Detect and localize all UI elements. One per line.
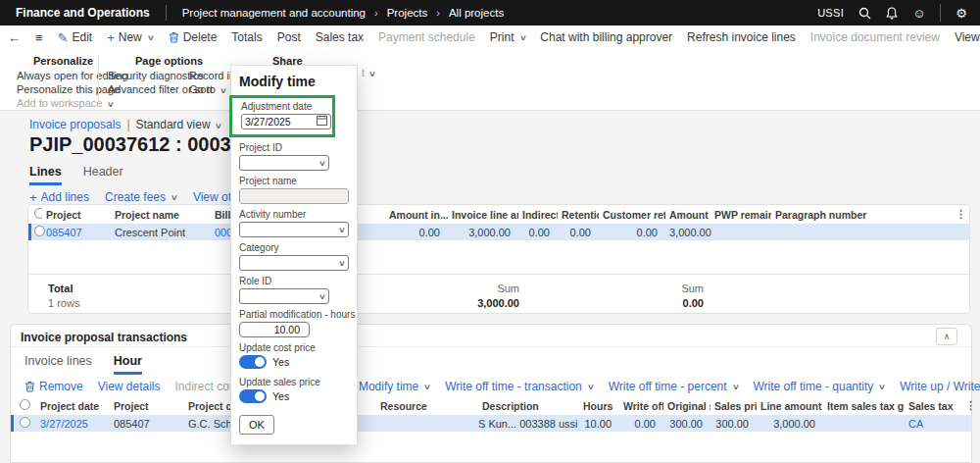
total-label: Total bbox=[48, 283, 73, 294]
partial-modification-value[interactable] bbox=[243, 324, 306, 335]
chevron-down-icon[interactable]: ∨ bbox=[318, 159, 326, 168]
col-customer-retained[interactable]: Customer retained ... bbox=[599, 209, 665, 221]
lines-grid-row[interactable]: 085407 Crescent Point 0003 0.00 3,000.00… bbox=[28, 224, 969, 240]
create-fees-button[interactable]: Create fees∨ bbox=[105, 190, 177, 204]
col-item-sales-tax-group[interactable]: Item sales tax group bbox=[823, 400, 905, 412]
ok-button[interactable]: OK bbox=[239, 415, 274, 435]
col-write-off[interactable]: Write off h... bbox=[619, 400, 663, 412]
sum-label: Sum bbox=[606, 283, 704, 294]
activity-number-combobox[interactable]: ∨ bbox=[239, 222, 349, 237]
grid-options-kebab-icon[interactable]: ⋮ bbox=[952, 208, 969, 221]
invoice-proposals-link[interactable]: Invoice proposals bbox=[29, 118, 121, 131]
col-amount-le[interactable]: Amount le... bbox=[665, 209, 710, 221]
role-id-value[interactable] bbox=[243, 290, 319, 302]
project-id-combobox[interactable]: ∨ bbox=[239, 155, 329, 171]
cell-sales-tax-group[interactable]: CA bbox=[905, 418, 954, 430]
breadcrumb-item-module[interactable]: Project management and accounting bbox=[182, 7, 366, 19]
chevron-down-icon[interactable]: ∨ bbox=[318, 292, 326, 301]
col-pwp[interactable]: PWP remaining b... bbox=[710, 209, 771, 221]
breadcrumb-item-all-projects[interactable]: All projects bbox=[449, 7, 504, 19]
tab-lines[interactable]: Lines bbox=[29, 165, 62, 185]
radio-icon bbox=[20, 399, 30, 410]
tab-header[interactable]: Header bbox=[83, 165, 123, 185]
chevron-down-icon[interactable]: ∨ bbox=[338, 226, 346, 234]
activity-number-value[interactable] bbox=[243, 224, 339, 235]
sitemap-menu-button[interactable]: ≡ bbox=[35, 31, 43, 44]
app-title[interactable]: Finance and Operations bbox=[0, 6, 166, 20]
settings-gear-icon[interactable]: ⚙ bbox=[955, 6, 968, 20]
transactions-grid-row[interactable]: 3/27/2025 085407 G.C. Scheduler S Kun...… bbox=[11, 415, 971, 432]
trash-icon bbox=[24, 381, 35, 392]
search-icon[interactable] bbox=[858, 6, 871, 20]
grid-options-kebab-icon[interactable]: ⋮ bbox=[961, 399, 979, 412]
view-instructions-button[interactable]: View instructions bbox=[955, 30, 980, 44]
partial-modification-label: Partial modification - hours bbox=[239, 309, 349, 320]
refresh-invoice-lines-button[interactable]: Refresh invoice lines bbox=[687, 30, 796, 44]
cell-indirect: 0.00 bbox=[518, 227, 558, 238]
cell-project-date[interactable]: 3/27/2025 bbox=[36, 418, 110, 430]
project-id-value[interactable] bbox=[243, 157, 319, 169]
adjustment-date-input[interactable] bbox=[241, 114, 331, 129]
delete-button[interactable]: Delete bbox=[169, 30, 218, 44]
update-cost-price-toggle[interactable] bbox=[239, 355, 267, 369]
view-details-button[interactable]: View details bbox=[98, 380, 161, 393]
add-lines-button[interactable]: +Add lines bbox=[29, 190, 89, 204]
col-hours[interactable]: Hours bbox=[579, 400, 619, 412]
new-button[interactable]: +New∨ bbox=[107, 30, 153, 44]
update-sales-price-toggle[interactable] bbox=[239, 389, 267, 403]
row-radio[interactable] bbox=[11, 417, 36, 430]
col-line-amount[interactable]: Line amount bbox=[757, 400, 823, 412]
partial-modification-input[interactable] bbox=[239, 322, 310, 337]
go-to-item[interactable]: Go to ∨ bbox=[189, 83, 226, 95]
select-all-radio[interactable] bbox=[11, 399, 36, 412]
write-off-time-transaction-button[interactable]: Write off time - transaction∨ bbox=[445, 380, 593, 393]
role-id-combobox[interactable]: ∨ bbox=[239, 288, 329, 304]
category-combobox[interactable]: ∨ bbox=[239, 255, 349, 271]
totals-button[interactable]: Totals bbox=[231, 30, 262, 44]
chevron-down-icon[interactable]: ∨ bbox=[338, 259, 346, 268]
col-paragraph-number[interactable]: Paragraph number bbox=[771, 209, 889, 221]
tab-invoice-lines[interactable]: Invoice lines bbox=[24, 354, 92, 375]
col-sales-price[interactable]: Sales price bbox=[710, 400, 757, 412]
col-project[interactable]: Project bbox=[110, 400, 184, 412]
calendar-icon[interactable] bbox=[317, 115, 327, 129]
sales-tax-button[interactable]: Sales tax bbox=[316, 30, 364, 44]
remove-button[interactable]: Remove bbox=[24, 380, 83, 393]
col-resource[interactable]: Resource bbox=[376, 400, 478, 412]
col-project-name[interactable]: Project name bbox=[111, 209, 211, 221]
category-value[interactable] bbox=[243, 257, 339, 269]
col-retention[interactable]: Retention ... bbox=[558, 209, 599, 221]
col-original-sales[interactable]: Original sa... bbox=[663, 400, 710, 412]
edit-button[interactable]: ✎Edit bbox=[58, 30, 93, 44]
write-up-write-down-button[interactable]: Write up / Write down bbox=[900, 380, 980, 393]
view-selector[interactable]: Standard view ∨ bbox=[136, 118, 221, 131]
write-off-time-quantity-button[interactable]: Write off time - quantity∨ bbox=[753, 380, 885, 393]
col-project[interactable]: Project bbox=[42, 209, 111, 221]
update-sales-price-field: Update sales price Yes bbox=[239, 377, 349, 403]
modify-time-button[interactable]: Modify time∨ bbox=[359, 380, 430, 393]
notifications-bell-icon[interactable] bbox=[885, 6, 899, 20]
col-invoice-line-amount[interactable]: Invoice line amount bbox=[448, 209, 518, 221]
write-off-time-percent-button[interactable]: Write off time - percent∨ bbox=[609, 380, 739, 393]
col-amount-in[interactable]: Amount in... bbox=[385, 209, 448, 221]
col-indirect[interactable]: Indirect co... bbox=[518, 209, 558, 221]
collapse-section-button[interactable]: ∧ bbox=[936, 328, 957, 345]
dialog-title: Modify time bbox=[239, 74, 349, 89]
back-button[interactable]: ← bbox=[8, 31, 21, 44]
tab-hour[interactable]: Hour bbox=[114, 354, 142, 375]
col-sales-tax-group[interactable]: Sales tax group bbox=[905, 400, 954, 412]
feedback-smiley-icon[interactable]: ☺ bbox=[912, 6, 926, 20]
col-description[interactable]: Description bbox=[478, 400, 579, 412]
cell-project[interactable]: 085407 bbox=[42, 227, 111, 238]
personalize-this-page-item[interactable]: Personalize this page bbox=[17, 83, 120, 95]
post-button[interactable]: Post bbox=[277, 30, 301, 44]
trash-icon bbox=[169, 31, 179, 43]
row-radio[interactable] bbox=[28, 226, 42, 238]
chat-billing-approver-button[interactable]: Chat with billing approver bbox=[540, 30, 672, 44]
print-button[interactable]: Print∨ bbox=[490, 30, 526, 44]
company-picker[interactable]: USSI bbox=[817, 7, 844, 19]
col-project-date[interactable]: Project date bbox=[36, 400, 110, 412]
select-all-radio[interactable] bbox=[28, 208, 42, 221]
breadcrumb-item-projects[interactable]: Projects bbox=[387, 7, 428, 19]
adjustment-date-value[interactable] bbox=[245, 116, 317, 128]
